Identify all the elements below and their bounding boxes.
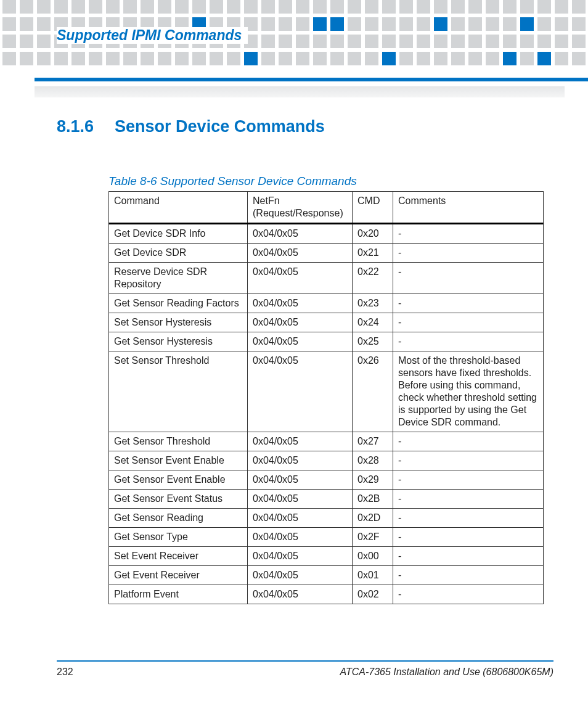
cell-comments: - [393,224,544,244]
cell-comments: - [393,528,544,547]
table-row: Platform Event0x04/0x050x02- [109,585,544,604]
cell-comments: - [393,547,544,566]
cell-command: Set Event Receiver [109,547,248,566]
cell-command: Get Sensor Threshold [109,432,248,451]
table-row: Get Sensor Hysteresis0x04/0x050x25- [109,332,544,351]
cell-command: Get Event Receiver [109,566,248,585]
section-title-text: Sensor Device Commands [115,117,325,136]
cell-comments: - [393,490,544,509]
running-head: Supported IPMI Commands [57,27,248,44]
cell-command: Get Sensor Type [109,528,248,547]
table-row: Reserve Device SDR Repository0x04/0x050x… [109,263,544,294]
cell-command: Get Sensor Reading Factors [109,294,248,313]
cell-cmd: 0x24 [353,313,393,332]
cell-netfn: 0x04/0x05 [248,585,353,604]
cell-command: Get Device SDR Info [109,224,248,244]
cell-comments: - [393,432,544,451]
cell-cmd: 0x29 [353,470,393,490]
cell-netfn: 0x04/0x05 [248,528,353,547]
cell-netfn: 0x04/0x05 [248,332,353,351]
cell-command: Set Sensor Event Enable [109,451,248,470]
footer-rule [57,660,553,662]
table-row: Get Event Receiver0x04/0x050x01- [109,566,544,585]
cell-cmd: 0x27 [353,432,393,451]
table-row: Get Sensor Type0x04/0x050x2F- [109,528,544,547]
cell-cmd: 0x23 [353,294,393,313]
table-row: Get Sensor Event Status0x04/0x050x2B- [109,490,544,509]
commands-table: Command NetFn (Request/Response) CMD Com… [108,191,544,604]
table-row: Get Sensor Threshold0x04/0x050x27- [109,432,544,451]
cell-netfn: 0x04/0x05 [248,224,353,244]
cell-command: Get Sensor Event Status [109,490,248,509]
cell-netfn: 0x04/0x05 [248,509,353,528]
cell-comments: - [393,470,544,490]
section-number: 8.1.6 [57,117,94,136]
table-row: Set Event Receiver0x04/0x050x00- [109,547,544,566]
cell-netfn: 0x04/0x05 [248,294,353,313]
cell-command: Get Sensor Event Enable [109,470,248,490]
table-row: Set Sensor Event Enable0x04/0x050x28- [109,451,544,470]
cell-command: Get Sensor Hysteresis [109,332,248,351]
cell-comments: - [393,451,544,470]
cell-comments: - [393,509,544,528]
table-row: Get Sensor Reading0x04/0x050x2D- [109,509,544,528]
cell-cmd: 0x28 [353,451,393,470]
th-cmd: CMD [353,192,393,224]
cell-cmd: 0x22 [353,263,393,294]
cell-comments: - [393,313,544,332]
cell-command: Set Sensor Hysteresis [109,313,248,332]
section-heading: 8.1.6 Sensor Device Commands [57,117,325,136]
cell-cmd: 0x02 [353,585,393,604]
cell-command: Reserve Device SDR Repository [109,263,248,294]
cell-netfn: 0x04/0x05 [248,263,353,294]
table-row: Get Device SDR0x04/0x050x21- [109,244,544,263]
cell-cmd: 0x20 [353,224,393,244]
cell-netfn: 0x04/0x05 [248,244,353,263]
cell-cmd: 0x26 [353,351,393,432]
cell-netfn: 0x04/0x05 [248,470,353,490]
page-number: 232 [57,667,73,678]
th-netfn: NetFn (Request/Response) [248,192,353,224]
table-row: Get Device SDR Info0x04/0x050x20- [109,224,544,244]
table-header-row: Command NetFn (Request/Response) CMD Com… [109,192,544,224]
cell-comments: - [393,332,544,351]
cell-command: Get Sensor Reading [109,509,248,528]
table-row: Get Sensor Reading Factors0x04/0x050x23- [109,294,544,313]
cell-comments: - [393,585,544,604]
cell-command: Platform Event [109,585,248,604]
cell-netfn: 0x04/0x05 [248,313,353,332]
cell-netfn: 0x04/0x05 [248,566,353,585]
cell-command: Set Sensor Threshold [109,351,248,432]
th-comments: Comments [393,192,544,224]
cell-comments: Most of the threshold-based sensors have… [393,351,544,432]
cell-cmd: 0x21 [353,244,393,263]
cell-cmd: 0x2D [353,509,393,528]
header-shadow [35,86,565,97]
cell-netfn: 0x04/0x05 [248,547,353,566]
cell-comments: - [393,294,544,313]
cell-cmd: 0x25 [353,332,393,351]
table-row: Get Sensor Event Enable0x04/0x050x29- [109,470,544,490]
cell-comments: - [393,244,544,263]
table-caption: Table 8-6 Supported Sensor Device Comman… [108,174,357,188]
cell-cmd: 0x01 [353,566,393,585]
page-footer: 232 ATCA-7365 Installation and Use (6806… [57,660,553,678]
cell-netfn: 0x04/0x05 [248,432,353,451]
header-rule [35,78,588,81]
cell-cmd: 0x00 [353,547,393,566]
doc-id: ATCA-7365 Installation and Use (6806800K… [340,667,553,678]
cell-command: Get Device SDR [109,244,248,263]
table-row: Set Sensor Threshold0x04/0x050x26Most of… [109,351,544,432]
th-command: Command [109,192,248,224]
cell-comments: - [393,263,544,294]
cell-netfn: 0x04/0x05 [248,451,353,470]
cell-comments: - [393,566,544,585]
table-row: Set Sensor Hysteresis0x04/0x050x24- [109,313,544,332]
cell-netfn: 0x04/0x05 [248,351,353,432]
cell-cmd: 0x2B [353,490,393,509]
cell-netfn: 0x04/0x05 [248,490,353,509]
cell-cmd: 0x2F [353,528,393,547]
